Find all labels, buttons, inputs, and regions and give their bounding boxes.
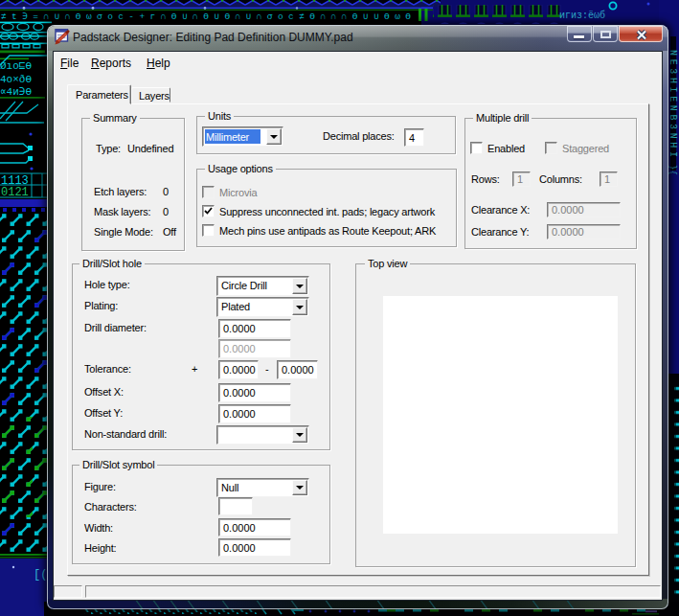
svg-text:[(: [(	[34, 568, 47, 582]
svg-text:игиз:ёωб: игиз:ёωб	[559, 10, 605, 21]
svg-text:∝4и∋Ɵ: ∝4и∋Ɵ	[0, 86, 32, 98]
svg-text:Øıо⊑Ɵ: Øıо⊑Ɵ	[0, 60, 32, 72]
svg-text:}{: }{	[668, 165, 677, 175]
svg-text:4о×ðƟ: 4о×ðƟ	[0, 74, 32, 85]
